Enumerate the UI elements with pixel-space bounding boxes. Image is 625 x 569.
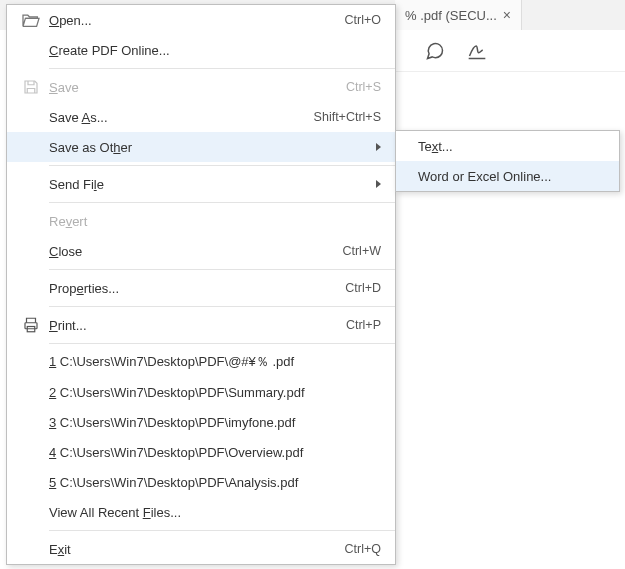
menu-item-view-all-recent[interactable]: View All Recent Files... [7, 497, 395, 527]
shortcut: Shift+Ctrl+S [314, 110, 381, 124]
separator [49, 530, 395, 531]
submenu-item-word-excel-online[interactable]: Word or Excel Online... [396, 161, 619, 191]
sign-icon[interactable] [467, 41, 487, 61]
save-icon [13, 78, 49, 96]
menu-label: Exit [49, 542, 345, 557]
separator [49, 306, 395, 307]
tab-label: % .pdf (SECU... [405, 8, 497, 23]
comment-icon[interactable] [425, 41, 445, 61]
menu-item-print[interactable]: Print... Ctrl+P [7, 310, 395, 340]
submenu-item-text[interactable]: Text... [396, 131, 619, 161]
shortcut: Ctrl+D [345, 281, 381, 295]
shortcut: Ctrl+W [342, 244, 381, 258]
chevron-right-icon [376, 180, 381, 188]
menu-item-recent[interactable]: 2 C:\Users\Win7\Desktop\PDF\Summary.pdf [7, 377, 395, 407]
menu-label: 5 C:\Users\Win7\Desktop\PDF\Analysis.pdf [49, 475, 381, 490]
separator [49, 68, 395, 69]
menu-label: Properties... [49, 281, 345, 296]
chevron-right-icon [376, 143, 381, 151]
separator [49, 269, 395, 270]
menu-label: Close [49, 244, 342, 259]
menu-item-save-as[interactable]: Save As... Shift+Ctrl+S [7, 102, 395, 132]
menu-label: 3 C:\Users\Win7\Desktop\PDF\imyfone.pdf [49, 415, 381, 430]
menu-item-properties[interactable]: Properties... Ctrl+D [7, 273, 395, 303]
separator [49, 343, 395, 344]
menu-label: Save as Other [49, 140, 370, 155]
menu-item-recent[interactable]: 3 C:\Users\Win7\Desktop\PDF\imyfone.pdf [7, 407, 395, 437]
menu-label: 4 C:\Users\Win7\Desktop\PDF\Overview.pdf [49, 445, 381, 460]
menu-item-send-file[interactable]: Send File [7, 169, 395, 199]
close-icon[interactable]: × [503, 8, 511, 22]
menu-item-exit[interactable]: Exit Ctrl+Q [7, 534, 395, 564]
menu-label: Open... [49, 13, 345, 28]
menu-label: 2 C:\Users\Win7\Desktop\PDF\Summary.pdf [49, 385, 381, 400]
print-icon [13, 316, 49, 334]
menu-label: Text... [418, 139, 453, 154]
menu-item-save: Save Ctrl+S [7, 72, 395, 102]
menu-item-save-as-other[interactable]: Save as Other [7, 132, 395, 162]
menu-label: Save [49, 80, 346, 95]
menu-item-revert: Revert [7, 206, 395, 236]
shortcut: Ctrl+S [346, 80, 381, 94]
file-menu: Open... Ctrl+O Create PDF Online... Save… [6, 4, 396, 565]
menu-label: 1 C:\Users\Win7\Desktop\PDF\@#¥％ .pdf [49, 353, 381, 371]
menu-item-create-pdf-online[interactable]: Create PDF Online... [7, 35, 395, 65]
shortcut: Ctrl+O [345, 13, 381, 27]
menu-item-recent[interactable]: 1 C:\Users\Win7\Desktop\PDF\@#¥％ .pdf [7, 347, 395, 377]
menu-item-open[interactable]: Open... Ctrl+O [7, 5, 395, 35]
document-tab[interactable]: % .pdf (SECU... × [395, 0, 522, 30]
menu-item-close[interactable]: Close Ctrl+W [7, 236, 395, 266]
menu-label: Send File [49, 177, 370, 192]
separator [49, 165, 395, 166]
separator [49, 202, 395, 203]
menu-item-recent[interactable]: 5 C:\Users\Win7\Desktop\PDF\Analysis.pdf [7, 467, 395, 497]
menu-label: Create PDF Online... [49, 43, 381, 58]
shortcut: Ctrl+Q [345, 542, 381, 556]
menu-label: View All Recent Files... [49, 505, 381, 520]
menu-item-recent[interactable]: 4 C:\Users\Win7\Desktop\PDF\Overview.pdf [7, 437, 395, 467]
menu-label: Revert [49, 214, 381, 229]
folder-open-icon [13, 12, 49, 28]
toolbar [395, 30, 625, 72]
save-as-other-submenu: Text... Word or Excel Online... [395, 130, 620, 192]
menu-label: Save As... [49, 110, 314, 125]
menu-label: Print... [49, 318, 346, 333]
shortcut: Ctrl+P [346, 318, 381, 332]
menu-label: Word or Excel Online... [418, 169, 551, 184]
